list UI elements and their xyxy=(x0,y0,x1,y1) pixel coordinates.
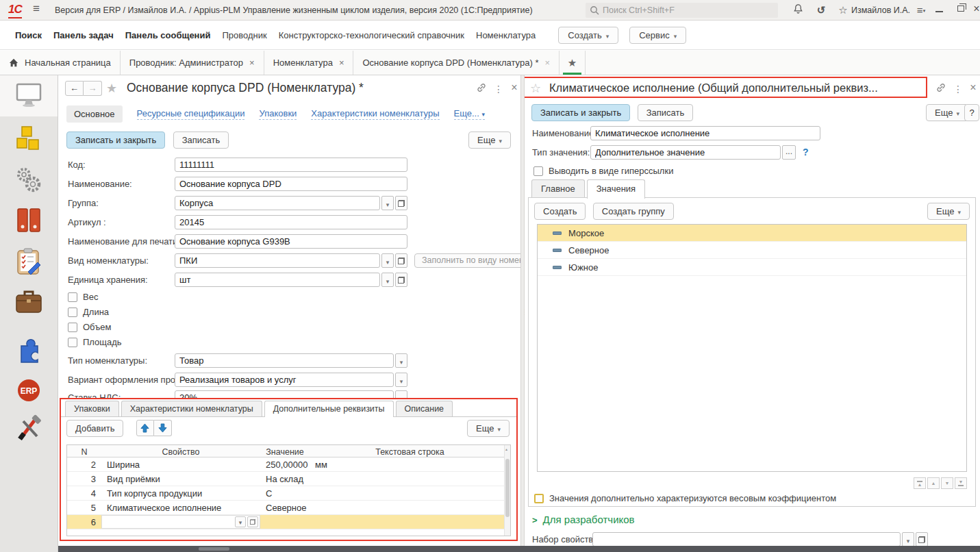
table-row[interactable]: 3 Вид приёмки На склад xyxy=(67,472,510,486)
move-to-top-button[interactable] xyxy=(914,477,926,489)
move-up-button[interactable] xyxy=(136,420,154,436)
developers-expander[interactable]: Для разработчиков xyxy=(532,514,635,525)
sidebar-item-tasks[interactable] xyxy=(0,241,58,282)
menu-item-search[interactable]: Поиск xyxy=(15,30,42,40)
user-name[interactable]: Измайлов И.А. xyxy=(851,5,910,15)
dropdown-button[interactable] xyxy=(235,516,246,527)
close-icon[interactable] xyxy=(544,58,550,68)
notifications-bell-icon[interactable] xyxy=(790,3,805,17)
close-form-icon[interactable] xyxy=(966,81,980,95)
create-group-button[interactable]: Создать группу xyxy=(593,203,674,220)
more-button[interactable]: Еще xyxy=(926,104,968,121)
details-more-button[interactable]: Еще xyxy=(467,420,510,437)
main-menu-icon[interactable] xyxy=(33,2,40,16)
article-input[interactable] xyxy=(175,215,407,229)
type-help-icon[interactable]: ? xyxy=(803,145,809,160)
close-icon[interactable] xyxy=(339,58,344,68)
choose-type-button[interactable]: ... xyxy=(782,145,796,160)
property-set-input[interactable] xyxy=(592,532,901,546)
sidebar-item-service-tools[interactable] xyxy=(0,407,58,448)
dropdown-button[interactable] xyxy=(381,253,394,268)
service-menu-button[interactable]: Сервис xyxy=(629,27,686,44)
menu-item-explorer[interactable]: Проводник xyxy=(222,30,266,40)
move-to-bottom-button[interactable] xyxy=(955,477,967,489)
more-actions-icon[interactable] xyxy=(951,83,965,97)
fill-by-kind-button[interactable]: Заполнить по виду номенклатуры xyxy=(414,253,520,268)
open-value-button[interactable] xyxy=(395,253,407,268)
name-input[interactable] xyxy=(175,177,407,191)
move-down-button[interactable] xyxy=(941,477,953,489)
col-header-property[interactable]: Свойство xyxy=(101,445,260,457)
add-row-button[interactable]: Добавить xyxy=(66,420,123,437)
help-button[interactable]: ? xyxy=(964,104,979,121)
open-value-button[interactable] xyxy=(916,532,928,546)
tab-current-item[interactable]: Основание корпуса DPD (Номенклатура) * xyxy=(353,51,560,75)
table-row[interactable]: 4 Тип корпуса продукции С xyxy=(67,486,510,501)
history-icon[interactable] xyxy=(814,3,829,17)
open-value-button[interactable] xyxy=(395,196,407,210)
forward-button[interactable] xyxy=(84,81,102,96)
sidebar-item-plugins[interactable] xyxy=(0,330,58,371)
volume-checkbox[interactable] xyxy=(68,323,77,332)
table-row[interactable]: 2 Ширина 250,00000 мм xyxy=(67,457,510,472)
tab-values[interactable]: Значения xyxy=(587,179,645,199)
table-scrollbar[interactable] xyxy=(504,445,510,536)
favorite-star-icon[interactable] xyxy=(106,81,117,96)
values-more-button[interactable]: Еще xyxy=(927,203,970,220)
nav-tab-main[interactable]: Основное xyxy=(66,105,123,123)
horizontal-scrollbar[interactable] xyxy=(58,546,980,552)
tab-explorer[interactable]: Проводник: Администратор xyxy=(121,51,264,75)
save-button[interactable]: Записать xyxy=(638,104,694,121)
save-close-button[interactable]: Записать и закрыть xyxy=(531,104,630,121)
menu-item-message-panel[interactable]: Панель сообщений xyxy=(125,30,211,40)
weight-coefficient-checkbox[interactable] xyxy=(534,494,544,503)
nav-link-packages[interactable]: Упаковки xyxy=(259,108,297,120)
dropdown-button[interactable] xyxy=(902,532,914,546)
col-header-text[interactable]: Текстовая строка xyxy=(310,445,510,457)
hyperlink-checkbox[interactable] xyxy=(533,166,543,176)
back-button[interactable] xyxy=(65,81,84,96)
nav-link-characteristics[interactable]: Характеристики номенклатуры xyxy=(311,108,439,120)
create-menu-button[interactable]: Создать xyxy=(558,27,618,44)
details-tab-packages[interactable]: Упаковки xyxy=(65,401,119,416)
weight-checkbox[interactable] xyxy=(68,292,77,302)
unit-input[interactable] xyxy=(175,273,380,287)
print-name-input[interactable] xyxy=(175,234,407,249)
search-input[interactable] xyxy=(603,5,774,15)
menu-item-task-panel[interactable]: Панель задач xyxy=(53,30,114,40)
area-checkbox[interactable] xyxy=(68,338,77,347)
save-close-button[interactable]: Записать и закрыть xyxy=(66,131,165,149)
sidebar-item-documents[interactable] xyxy=(0,281,58,322)
tab-nomenclature[interactable]: Номенклатура xyxy=(264,51,354,75)
property-edit-cell[interactable] xyxy=(101,515,260,529)
sidebar-item-desktop[interactable] xyxy=(0,75,58,116)
col-header-value[interactable]: Значение xyxy=(260,445,310,457)
get-link-icon[interactable] xyxy=(934,82,948,96)
restore-button[interactable] xyxy=(957,5,964,12)
list-item[interactable]: Морское xyxy=(538,225,966,242)
move-down-button[interactable] xyxy=(154,420,172,436)
length-checkbox[interactable] xyxy=(68,308,77,317)
more-actions-icon[interactable] xyxy=(492,83,505,97)
details-tab-additional-attributes[interactable]: Дополнительные реквизиты xyxy=(264,401,394,417)
table-edit-row[interactable]: 6 xyxy=(67,515,510,529)
dropdown-button[interactable] xyxy=(381,273,394,287)
table-row[interactable]: 5 Климатическое исполнение Северное xyxy=(67,501,510,515)
sale-variant-input[interactable] xyxy=(175,373,394,387)
list-item[interactable]: Южное xyxy=(538,259,966,276)
close-form-icon[interactable] xyxy=(507,81,520,95)
details-tab-characteristics[interactable]: Характеристики номенклатуры xyxy=(121,401,262,416)
sidebar-item-settings[interactable] xyxy=(0,159,58,200)
kind-input[interactable] xyxy=(175,253,380,268)
global-search[interactable] xyxy=(586,3,778,18)
open-value-button[interactable] xyxy=(247,516,258,527)
get-link-icon[interactable] xyxy=(475,82,488,96)
menu-item-nomenclature[interactable]: Номенклатура xyxy=(476,30,536,40)
details-tab-description[interactable]: Описание xyxy=(396,401,453,416)
move-up-button[interactable] xyxy=(927,477,940,489)
value-type-input[interactable] xyxy=(590,145,781,160)
tab-home[interactable]: Начальная страница xyxy=(0,51,121,75)
dropdown-button[interactable] xyxy=(381,196,394,210)
dropdown-button[interactable] xyxy=(395,373,407,387)
tab-main[interactable]: Главное xyxy=(531,179,585,198)
